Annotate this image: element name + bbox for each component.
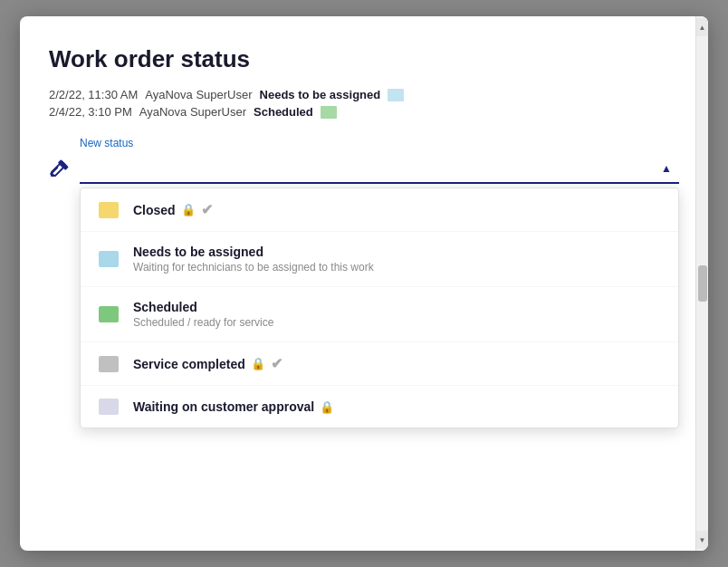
history-status-2: Scheduled (254, 105, 313, 119)
dropdown-item-title-scheduled: Scheduled (133, 300, 660, 314)
edit-icon[interactable] (49, 159, 69, 178)
scrollbar-track: ▲ ▼ (695, 16, 708, 551)
flag-icon-needs-assigned (99, 251, 119, 267)
dropdown-item-waiting-approval[interactable]: Waiting on customer approval 🔒 (81, 386, 678, 428)
scroll-down-button[interactable]: ▼ (696, 531, 709, 549)
dropdown-item-title-needs-assigned: Needs to be assigned (133, 245, 660, 259)
history-status-1: Needs to be assigned (260, 88, 381, 101)
dropdown-item-needs-assigned[interactable]: Needs to be assigned Waiting for technic… (81, 232, 678, 287)
history-user-2: AyaNova SuperUser (139, 105, 246, 119)
scroll-up-button[interactable]: ▲ (696, 18, 709, 36)
history-flag-1 (388, 89, 404, 101)
history-flag-2 (321, 106, 337, 119)
check-icon-closed: ✔ (201, 201, 213, 218)
dropdown-item-content-waiting-approval: Waiting on customer approval 🔒 (133, 399, 660, 414)
dropdown-item-subtitle-scheduled: Scheduled / ready for service (133, 316, 660, 329)
dropdown-item-closed[interactable]: Closed 🔒 ✔ (81, 188, 678, 232)
dropdown-item-title-waiting-approval: Waiting on customer approval 🔒 (133, 399, 660, 414)
dropdown-item-content-closed: Closed 🔒 ✔ (133, 201, 660, 218)
dropdown-item-title-service-completed: Service completed 🔒 ✔ (133, 355, 660, 372)
history-date-1: 2/2/22, 11:30 AM (49, 88, 138, 101)
dropdown-item-content-service-completed: Service completed 🔒 ✔ (133, 355, 660, 372)
flag-icon-scheduled (99, 306, 119, 322)
flag-icon-service-completed (99, 356, 119, 372)
history-row-1: 2/2/22, 11:30 AM AyaNova SuperUser Needs… (49, 88, 679, 101)
history-row-2: 2/4/22, 3:10 PM AyaNova SuperUser Schedu… (49, 105, 679, 119)
history-date-2: 2/4/22, 3:10 PM (49, 105, 132, 119)
check-icon-service-completed: ✔ (271, 355, 283, 372)
flag-icon-closed (99, 202, 119, 218)
dropdown-item-title-closed: Closed 🔒 ✔ (133, 201, 660, 218)
new-status-label: New status (80, 137, 679, 149)
status-select-wrapper: ▲ Closed 🔒 ✔ (80, 153, 679, 184)
flag-icon-waiting-approval (99, 399, 119, 415)
dropdown-item-subtitle-needs-assigned: Waiting for technicians to be assigned t… (133, 261, 660, 274)
work-order-status-modal: Work order status 2/2/22, 11:30 AM AyaNo… (20, 16, 708, 551)
dropdown-item-content-needs-assigned: Needs to be assigned Waiting for technic… (133, 245, 660, 274)
modal-overlay: Work order status 2/2/22, 11:30 AM AyaNo… (0, 0, 728, 567)
dropdown-item-content-scheduled: Scheduled Scheduled / ready for service (133, 300, 660, 329)
status-dropdown-list: Closed 🔒 ✔ (80, 187, 679, 428)
lock-icon-service-completed: 🔒 (251, 357, 265, 370)
history-user-1: AyaNova SuperUser (145, 88, 252, 101)
new-status-section: New status ▲ Closed (49, 137, 679, 184)
dropdown-item-scheduled[interactable]: Scheduled Scheduled / ready for service (81, 287, 678, 342)
scrollbar-thumb[interactable] (698, 265, 707, 302)
history-list: 2/2/22, 11:30 AM AyaNova SuperUser Needs… (49, 88, 679, 119)
modal-title: Work order status (49, 45, 679, 73)
lock-icon-waiting-approval: 🔒 (320, 400, 334, 414)
status-select-input[interactable] (80, 153, 679, 184)
dropdown-item-service-completed[interactable]: Service completed 🔒 ✔ (81, 342, 678, 386)
lock-icon-closed: 🔒 (181, 203, 196, 216)
